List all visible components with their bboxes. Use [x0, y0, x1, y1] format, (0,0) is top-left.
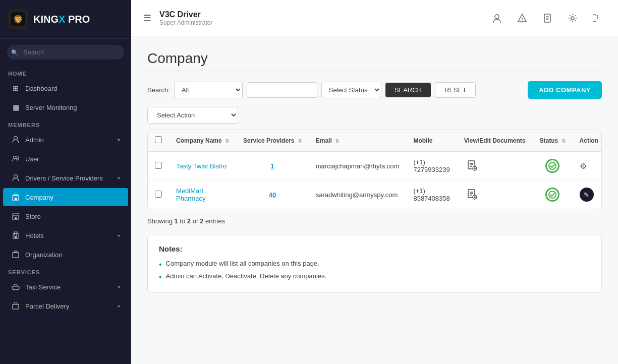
svg-point-22 [495, 15, 499, 19]
svg-point-29 [571, 17, 574, 20]
header-icons [489, 10, 606, 26]
showing-prefix: Showing [147, 217, 174, 225]
chevron-down-icon: ▾ [118, 233, 120, 238]
sidebar-item-hotels[interactable]: Hotels ▾ [3, 226, 128, 245]
sidebar-item-server-monitoring[interactable]: ▦ Server Monitoring [3, 98, 128, 116]
sidebar-item-label: Organization [25, 251, 120, 259]
row-checkbox[interactable] [155, 162, 162, 169]
sidebar: 🦁 KINGX PRO HOME ⊞ Dashboard ▦ Server Mo… [0, 0, 131, 364]
svg-rect-10 [15, 217, 17, 219]
sidebar-item-admin[interactable]: Admin ▾ [3, 131, 128, 149]
hotels-icon [11, 231, 20, 240]
sidebar-item-store[interactable]: Store [3, 207, 128, 225]
logo-text: KINGX PRO [33, 14, 90, 25]
th-mobile[interactable]: Mobile [406, 130, 457, 151]
status-active-icon[interactable] [545, 188, 559, 202]
drivers-icon [11, 173, 20, 183]
svg-text:🦁: 🦁 [13, 15, 23, 24]
settings-icon[interactable] [565, 10, 581, 26]
action-edit-icon[interactable]: ✎ [580, 188, 594, 202]
notes-title: Notes: [159, 245, 590, 253]
status-active-icon[interactable] [545, 159, 559, 173]
sidebar-item-label: Drivers / Service Providers [25, 174, 113, 182]
th-view-edit-docs: View/Edit Documents [457, 130, 533, 151]
sidebar-search [0, 39, 131, 66]
sidebar-item-drivers-service-providers[interactable]: Drivers / Service Providers ▾ [3, 169, 128, 187]
action-gear-icon[interactable]: ⚙ [580, 162, 587, 170]
organization-icon [11, 250, 20, 259]
sidebar-item-dashboard[interactable]: ⊞ Dashboard [3, 79, 128, 97]
dashboard-icon: ⊞ [11, 84, 20, 93]
view-edit-docs-icon[interactable] [464, 187, 480, 203]
search-input[interactable] [7, 45, 124, 59]
row-checkbox[interactable] [155, 191, 162, 198]
taxi-icon [11, 282, 20, 291]
of-prefix: of [191, 217, 200, 225]
page-title: Company [147, 50, 602, 67]
th-email[interactable]: Email ⇅ [309, 130, 407, 151]
view-edit-docs-icon[interactable] [464, 158, 480, 174]
notes-item: Admin can Activate, Deactivate, Delete a… [159, 271, 590, 283]
svg-rect-15 [16, 234, 17, 235]
action-bar: Select Action Delete Selected Activate S… [147, 107, 602, 124]
alert-icon[interactable] [514, 10, 530, 26]
svg-point-3 [14, 156, 16, 159]
svg-rect-16 [13, 253, 19, 258]
parcel-icon [11, 301, 20, 311]
header-title-sub: Super Administrator [159, 19, 212, 26]
row-service-providers: 1 [236, 151, 309, 180]
sidebar-item-user[interactable]: User [3, 150, 128, 168]
user-icon [11, 154, 20, 163]
store-icon [11, 212, 20, 221]
document-icon[interactable] [539, 10, 555, 26]
content-area: Company Search: All Company Name Email M… [131, 36, 618, 364]
svg-rect-17 [14, 251, 17, 253]
power-icon[interactable] [590, 10, 606, 26]
service-providers-link[interactable]: 40 [269, 191, 276, 199]
sidebar-item-parcel-delivery[interactable]: Parcel Delivery ▾ [3, 297, 128, 315]
table-row: MediMart Pharmacy 40 saradwhiting@armysp… [148, 180, 602, 209]
svg-rect-14 [14, 234, 15, 235]
main-area: ☰ V3C Driver Super Administrator [131, 0, 618, 364]
user-profile-icon[interactable] [489, 10, 505, 26]
svg-rect-7 [14, 194, 17, 196]
th-company-name[interactable]: Company Name ⇅ [169, 130, 236, 151]
action-select[interactable]: Select Action Delete Selected Activate S… [147, 107, 238, 124]
note-text: Company module will list all companies o… [166, 260, 319, 267]
company-name-link[interactable]: Tasty Twist Bistro [176, 162, 227, 170]
row-docs [457, 151, 533, 180]
row-action: ✎ [573, 180, 602, 209]
to-prefix: to [178, 217, 187, 225]
svg-point-24 [522, 20, 523, 21]
page-to: 2 [187, 217, 191, 225]
svg-rect-13 [15, 236, 17, 238]
row-docs [457, 180, 533, 209]
search-button[interactable]: SEARCH [385, 83, 431, 97]
row-service-providers: 40 [236, 180, 309, 209]
company-name-link[interactable]: MediMart Pharmacy [176, 187, 206, 202]
th-status[interactable]: Status ⇅ [533, 130, 573, 151]
select-all-checkbox[interactable] [155, 136, 162, 143]
service-providers-link[interactable]: 1 [270, 162, 274, 170]
table-header-row: Company Name ⇅ Service Providers ⇅ Email… [148, 130, 602, 151]
sidebar-item-taxi-service[interactable]: Taxi Service ▾ [3, 278, 128, 296]
row-email: saradwhiting@armyspy.com [309, 180, 407, 209]
add-company-button[interactable]: ADD COMPANY [528, 81, 602, 99]
status-select[interactable]: Select Status Active Inactive [321, 82, 381, 98]
row-company-name: Tasty Twist Bistro [169, 151, 236, 180]
table-row: Tasty Twist Bistro 1 marciajchapman@rhyt… [148, 151, 602, 180]
sidebar-item-organization[interactable]: Organization [3, 246, 128, 264]
notes-box: Notes: Company module will list all comp… [147, 235, 602, 293]
chevron-down-icon: ▾ [118, 137, 120, 143]
search-input-field[interactable] [247, 82, 317, 98]
search-type-select[interactable]: All Company Name Email Mobile [174, 82, 243, 98]
th-service-providers[interactable]: Service Providers ⇅ [236, 130, 309, 151]
sidebar-item-company[interactable]: Company [3, 188, 128, 206]
sidebar-item-label: Server Monitoring [25, 104, 120, 111]
sidebar-item-label: Admin [25, 136, 113, 144]
row-status [533, 180, 573, 209]
row-mobile: (+1) 8587408358 [406, 180, 457, 209]
reset-button[interactable]: RESET [435, 82, 476, 98]
company-icon [11, 193, 20, 202]
menu-icon[interactable]: ☰ [143, 13, 151, 24]
